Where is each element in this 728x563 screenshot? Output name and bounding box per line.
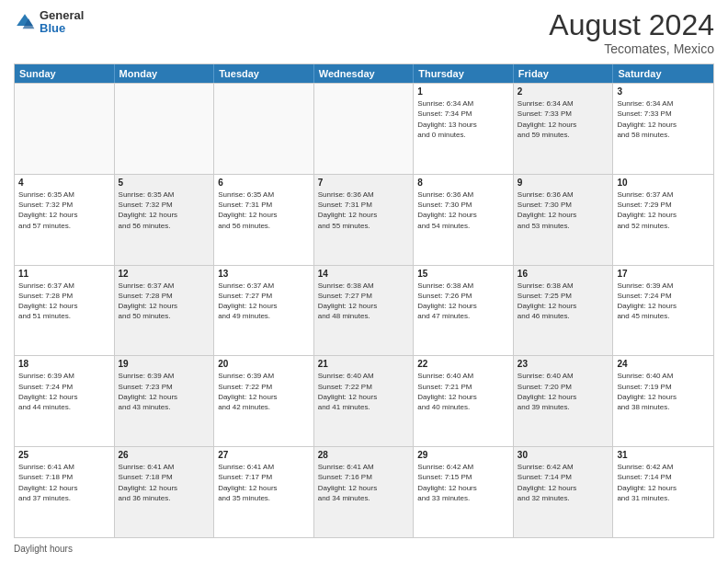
day-info: Sunrise: 6:35 AM Sunset: 7:32 PM Dayligh… bbox=[18, 190, 110, 231]
day-number: 7 bbox=[318, 178, 410, 188]
calendar-day-cell bbox=[214, 84, 314, 174]
calendar-day-cell: 17Sunrise: 6:39 AM Sunset: 7:24 PM Dayli… bbox=[613, 266, 713, 356]
calendar-day-cell: 6Sunrise: 6:35 AM Sunset: 7:31 PM Daylig… bbox=[214, 175, 314, 265]
calendar-week-4: 18Sunrise: 6:39 AM Sunset: 7:24 PM Dayli… bbox=[15, 355, 713, 446]
calendar-day-cell: 16Sunrise: 6:38 AM Sunset: 7:25 PM Dayli… bbox=[514, 266, 614, 356]
calendar-day-cell: 18Sunrise: 6:39 AM Sunset: 7:24 PM Dayli… bbox=[15, 356, 115, 446]
day-number: 22 bbox=[417, 359, 509, 369]
logo-general-text: General bbox=[40, 9, 84, 22]
subtitle: Tecomates, Mexico bbox=[549, 41, 714, 56]
day-number: 6 bbox=[218, 178, 310, 188]
main-title: August 2024 bbox=[549, 9, 714, 41]
day-number: 10 bbox=[617, 178, 710, 188]
day-info: Sunrise: 6:36 AM Sunset: 7:31 PM Dayligh… bbox=[318, 190, 410, 231]
calendar-day-cell: 10Sunrise: 6:37 AM Sunset: 7:29 PM Dayli… bbox=[613, 175, 713, 265]
calendar-day-cell: 14Sunrise: 6:38 AM Sunset: 7:27 PM Dayli… bbox=[314, 266, 415, 356]
day-number: 13 bbox=[218, 269, 310, 279]
footer-text: Daylight hours bbox=[14, 544, 73, 554]
day-number: 8 bbox=[417, 178, 509, 188]
calendar-day-cell: 24Sunrise: 6:40 AM Sunset: 7:19 PM Dayli… bbox=[613, 356, 713, 446]
calendar-day-cell: 29Sunrise: 6:42 AM Sunset: 7:15 PM Dayli… bbox=[414, 447, 514, 537]
calendar-day-cell: 3Sunrise: 6:34 AM Sunset: 7:33 PM Daylig… bbox=[613, 84, 713, 174]
day-number: 16 bbox=[518, 269, 609, 279]
day-info: Sunrise: 6:42 AM Sunset: 7:15 PM Dayligh… bbox=[417, 462, 509, 503]
day-number: 1 bbox=[417, 86, 509, 97]
calendar-day-cell: 15Sunrise: 6:38 AM Sunset: 7:26 PM Dayli… bbox=[414, 266, 514, 356]
calendar-day-cell bbox=[314, 84, 415, 174]
calendar-day-cell: 21Sunrise: 6:40 AM Sunset: 7:22 PM Dayli… bbox=[314, 356, 415, 446]
calendar-day-cell: 2Sunrise: 6:34 AM Sunset: 7:33 PM Daylig… bbox=[514, 84, 614, 174]
day-info: Sunrise: 6:40 AM Sunset: 7:20 PM Dayligh… bbox=[518, 371, 609, 412]
day-info: Sunrise: 6:41 AM Sunset: 7:18 PM Dayligh… bbox=[18, 462, 110, 503]
page: General Blue August 2024 Tecomates, Mexi… bbox=[0, 0, 728, 563]
calendar-week-2: 4Sunrise: 6:35 AM Sunset: 7:32 PM Daylig… bbox=[15, 174, 713, 265]
calendar-day-cell: 27Sunrise: 6:41 AM Sunset: 7:17 PM Dayli… bbox=[214, 447, 314, 537]
day-number: 30 bbox=[518, 450, 609, 460]
day-info: Sunrise: 6:41 AM Sunset: 7:17 PM Dayligh… bbox=[218, 462, 310, 503]
calendar-day-cell bbox=[15, 84, 115, 174]
day-info: Sunrise: 6:39 AM Sunset: 7:24 PM Dayligh… bbox=[617, 281, 710, 322]
day-info: Sunrise: 6:41 AM Sunset: 7:18 PM Dayligh… bbox=[119, 462, 210, 503]
day-number: 4 bbox=[18, 178, 110, 188]
calendar-day-header: Tuesday bbox=[214, 64, 314, 83]
day-info: Sunrise: 6:38 AM Sunset: 7:27 PM Dayligh… bbox=[318, 281, 410, 322]
footer: Daylight hours bbox=[14, 544, 714, 554]
day-info: Sunrise: 6:42 AM Sunset: 7:14 PM Dayligh… bbox=[518, 462, 609, 503]
day-number: 5 bbox=[119, 178, 210, 188]
day-number: 11 bbox=[18, 269, 110, 279]
day-number: 25 bbox=[18, 450, 110, 460]
day-info: Sunrise: 6:38 AM Sunset: 7:26 PM Dayligh… bbox=[417, 281, 509, 322]
calendar-day-cell: 23Sunrise: 6:40 AM Sunset: 7:20 PM Dayli… bbox=[514, 356, 614, 446]
calendar-day-cell: 26Sunrise: 6:41 AM Sunset: 7:18 PM Dayli… bbox=[115, 447, 215, 537]
logo-icon bbox=[14, 11, 36, 33]
calendar-day-header: Saturday bbox=[613, 64, 713, 83]
day-number: 17 bbox=[617, 269, 710, 279]
calendar-week-5: 25Sunrise: 6:41 AM Sunset: 7:18 PM Dayli… bbox=[15, 446, 713, 537]
day-info: Sunrise: 6:34 AM Sunset: 7:33 PM Dayligh… bbox=[617, 98, 710, 140]
day-info: Sunrise: 6:39 AM Sunset: 7:22 PM Dayligh… bbox=[218, 371, 310, 412]
calendar-day-cell: 11Sunrise: 6:37 AM Sunset: 7:28 PM Dayli… bbox=[15, 266, 115, 356]
calendar-day-header: Monday bbox=[115, 64, 215, 83]
calendar-day-cell: 19Sunrise: 6:39 AM Sunset: 7:23 PM Dayli… bbox=[115, 356, 215, 446]
day-number: 2 bbox=[518, 86, 609, 97]
day-number: 15 bbox=[417, 269, 509, 279]
day-info: Sunrise: 6:37 AM Sunset: 7:28 PM Dayligh… bbox=[119, 281, 210, 322]
day-info: Sunrise: 6:34 AM Sunset: 7:33 PM Dayligh… bbox=[518, 98, 609, 140]
day-info: Sunrise: 6:40 AM Sunset: 7:19 PM Dayligh… bbox=[617, 371, 710, 412]
calendar-day-header: Sunday bbox=[15, 64, 115, 83]
calendar-day-cell: 20Sunrise: 6:39 AM Sunset: 7:22 PM Dayli… bbox=[214, 356, 314, 446]
day-info: Sunrise: 6:37 AM Sunset: 7:27 PM Dayligh… bbox=[218, 281, 310, 322]
calendar-header: SundayMondayTuesdayWednesdayThursdayFrid… bbox=[15, 64, 713, 83]
day-number: 28 bbox=[318, 450, 410, 460]
title-block: August 2024 Tecomates, Mexico bbox=[549, 9, 714, 56]
day-number: 31 bbox=[617, 450, 710, 460]
day-number: 24 bbox=[617, 359, 710, 369]
calendar-body: 1Sunrise: 6:34 AM Sunset: 7:34 PM Daylig… bbox=[15, 83, 713, 537]
day-info: Sunrise: 6:36 AM Sunset: 7:30 PM Dayligh… bbox=[518, 190, 609, 231]
day-number: 18 bbox=[18, 359, 110, 369]
day-number: 14 bbox=[318, 269, 410, 279]
calendar-week-3: 11Sunrise: 6:37 AM Sunset: 7:28 PM Dayli… bbox=[15, 265, 713, 356]
logo: General Blue bbox=[14, 9, 84, 36]
day-number: 23 bbox=[518, 359, 609, 369]
day-number: 21 bbox=[318, 359, 410, 369]
day-info: Sunrise: 6:40 AM Sunset: 7:21 PM Dayligh… bbox=[417, 371, 509, 412]
day-info: Sunrise: 6:42 AM Sunset: 7:14 PM Dayligh… bbox=[617, 462, 710, 503]
day-info: Sunrise: 6:34 AM Sunset: 7:34 PM Dayligh… bbox=[417, 98, 509, 140]
calendar-day-cell: 4Sunrise: 6:35 AM Sunset: 7:32 PM Daylig… bbox=[15, 175, 115, 265]
calendar-week-1: 1Sunrise: 6:34 AM Sunset: 7:34 PM Daylig… bbox=[15, 83, 713, 174]
calendar-day-cell: 25Sunrise: 6:41 AM Sunset: 7:18 PM Dayli… bbox=[15, 447, 115, 537]
calendar-day-cell bbox=[115, 84, 215, 174]
day-number: 26 bbox=[119, 450, 210, 460]
day-info: Sunrise: 6:38 AM Sunset: 7:25 PM Dayligh… bbox=[518, 281, 609, 322]
calendar-day-header: Wednesday bbox=[314, 64, 415, 83]
day-info: Sunrise: 6:36 AM Sunset: 7:30 PM Dayligh… bbox=[417, 190, 509, 231]
day-number: 12 bbox=[119, 269, 210, 279]
day-info: Sunrise: 6:40 AM Sunset: 7:22 PM Dayligh… bbox=[318, 371, 410, 412]
day-info: Sunrise: 6:39 AM Sunset: 7:23 PM Dayligh… bbox=[119, 371, 210, 412]
calendar-day-cell: 1Sunrise: 6:34 AM Sunset: 7:34 PM Daylig… bbox=[414, 84, 514, 174]
day-number: 19 bbox=[119, 359, 210, 369]
day-info: Sunrise: 6:37 AM Sunset: 7:29 PM Dayligh… bbox=[617, 190, 710, 231]
calendar: SundayMondayTuesdayWednesdayThursdayFrid… bbox=[14, 63, 714, 538]
calendar-day-header: Thursday bbox=[414, 64, 514, 83]
